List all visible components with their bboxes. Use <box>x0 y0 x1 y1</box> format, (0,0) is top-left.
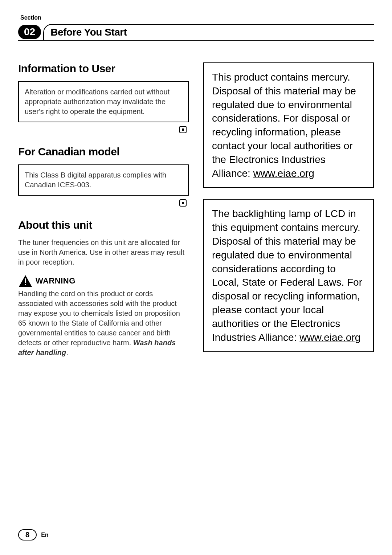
section-number-pill: 02 <box>18 25 41 39</box>
section-end-icon <box>18 126 187 135</box>
heading-about-this-unit: About this unit <box>18 219 189 231</box>
svg-rect-1 <box>25 278 26 283</box>
warning-text-main: Handling the cord on this product or cor… <box>18 290 180 347</box>
warning-header: WARNING <box>18 274 189 287</box>
info-box-alteration: Alteration or modifications carried out … <box>18 81 189 122</box>
heading-information-to-user: Information to User <box>18 62 189 75</box>
mercury-notice-box-1: This product contains mercury. Disposal … <box>203 62 374 188</box>
section-end-icon <box>18 199 187 208</box>
header-row: 02 Before You Start <box>18 24 374 41</box>
mercury-notice-2-text: The backlighting lamp of LCD in this equ… <box>212 208 362 343</box>
warning-triangle-icon <box>18 274 33 287</box>
left-column: Information to User Alteration or modifi… <box>18 62 189 363</box>
right-column: This product contains mercury. Disposal … <box>203 62 374 363</box>
svg-rect-2 <box>25 284 26 285</box>
footer: 8 En <box>18 529 49 540</box>
language-label: En <box>41 532 48 538</box>
warning-body: Handling the cord on this product or cor… <box>18 289 189 358</box>
body-columns: Information to User Alteration or modifi… <box>18 62 374 363</box>
warning-label: WARNING <box>36 276 75 286</box>
about-paragraph: The tuner frequencies on this unit are a… <box>18 238 189 267</box>
page-number: 8 <box>18 529 37 540</box>
title-wrap: Before You Start <box>43 24 374 40</box>
eiae-link-1[interactable]: www.eiae.org <box>253 168 314 179</box>
mercury-notice-box-2: The backlighting lamp of LCD in this equ… <box>203 199 374 352</box>
section-label: Section <box>20 15 374 21</box>
section-title: Before You Start <box>50 26 127 38</box>
mercury-notice-1-text: This product contains mercury. Disposal … <box>212 72 356 179</box>
eiae-link-2[interactable]: www.eiae.org <box>299 332 360 343</box>
heading-canadian-model: For Canadian model <box>18 146 189 158</box>
warning-text-end: . <box>66 348 68 356</box>
info-box-canadian: This Class B digital apparatus complies … <box>18 164 189 196</box>
manual-page: Section 02 Before You Start Information … <box>0 0 392 555</box>
